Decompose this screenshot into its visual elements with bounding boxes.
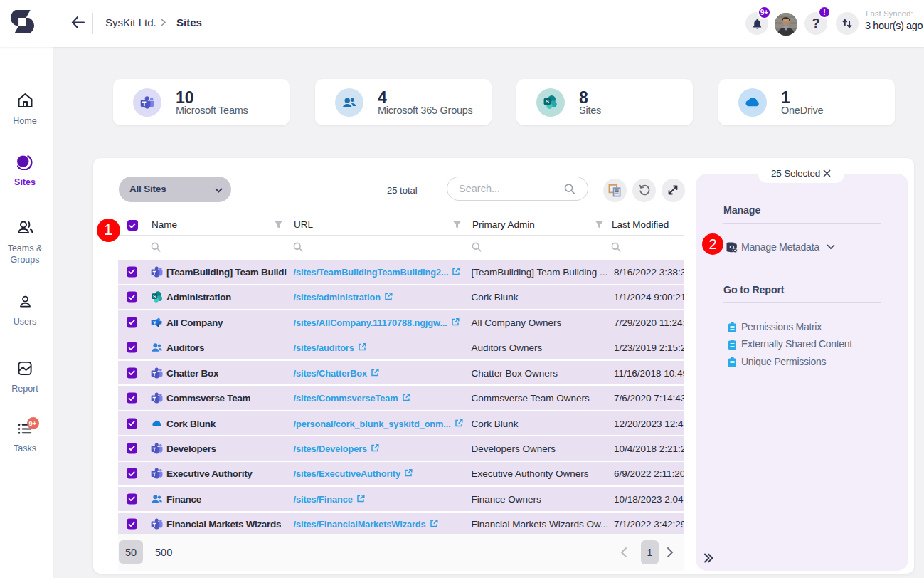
svg-text:S: S <box>152 294 155 299</box>
svg-text:S: S <box>546 98 549 105</box>
